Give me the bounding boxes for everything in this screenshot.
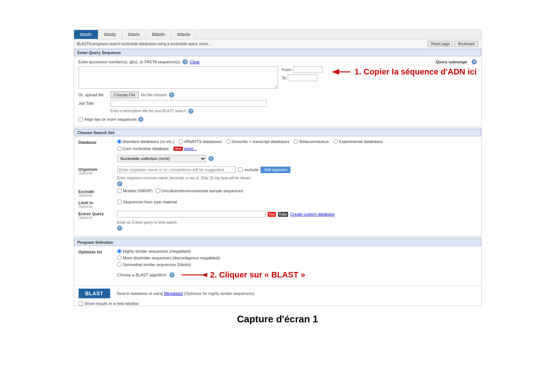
job-title-input[interactable] [110,100,266,107]
sequences-type-row: Sequences from type material [117,200,477,204]
optimize-option3[interactable]: Somewhat similar sequences (blastn) [117,262,474,267]
entrez-label-group: Entrez Query Optional [79,211,116,220]
optimize-option1[interactable]: Highly similar sequences (megablast) [117,249,474,253]
db-radio-genomic[interactable] [226,139,231,144]
models-label: Models (XM/XP) [123,189,153,193]
db-genomic-label: Genomic + transcript databases [232,139,290,144]
db-radio-row1: Standard databases (nr etc.) rRNA/ITS da… [117,139,477,144]
page-wrapper: blastn blastp blastx tblastn tblastx BLA… [0,0,555,392]
db-option-betacov[interactable]: Betacoronavirus [294,139,329,144]
accession-help-icon[interactable]: ? [182,59,188,64]
exclude-section-label: Exclude [79,189,116,194]
show-results-label: Show results in a new window [85,301,139,306]
optimize-field-group: Optimize for Highly similar sequences (m… [79,249,477,280]
db-option-genomic[interactable]: Genomic + transcript databases [226,139,290,144]
db-select[interactable]: Nucleotide collection (nr/nt) [117,155,206,162]
tab-tblastn[interactable]: tblastn [146,30,171,39]
models-checkbox[interactable] [117,189,122,193]
exclude-optional: Optional [79,193,116,197]
organism-label: Organism [79,166,116,172]
create-custom-db-link[interactable]: Create custom database [290,212,335,216]
entrez-field-group: Entrez Query Optional You Tube Create cu… [79,211,477,231]
enter-query-section: Enter Query Sequence Enter accession num… [74,49,481,127]
tab-tblastx[interactable]: tblastx [171,30,196,39]
youtube-tube-icon[interactable]: Tube [278,212,288,217]
to-input[interactable] [288,74,317,81]
uncultured-checkbox[interactable] [156,189,160,193]
organism-input[interactable] [117,166,236,173]
job-title-help-icon[interactable]: ? [188,109,194,114]
clear-link[interactable]: Clear [190,60,199,64]
blast-container: blastn blastp blastx tblastn tblastx BLA… [74,30,482,306]
blast-footer: BLAST Search database nt using Megablast… [74,286,481,301]
organism-hint-help-icon[interactable]: ? [117,181,122,186]
tab-blastx[interactable]: blastx [122,30,146,39]
sequences-type-label: Sequences from type material [123,200,177,204]
organism-hint: Enter organism common name, binomial, or… [117,176,477,180]
align-checkbox-row: Align two or more sequences ? [79,115,477,123]
db-radio-experimental[interactable] [333,139,338,144]
entrez-optional: Optional [79,216,116,220]
tab-blastn[interactable]: blastn [74,30,98,39]
add-organism-button[interactable]: Add organism [261,167,290,173]
db-select-row: Nucleotide collection (nr/nt) ? [117,155,477,162]
optimize-radio2[interactable] [117,256,122,260]
align-label: Align two or more sequences [85,117,137,122]
annotation2-area: Choose a BLAST algorithm ? 2. Cl [117,270,477,280]
optimize-radio1[interactable] [117,249,122,253]
query-textarea[interactable] [79,66,278,89]
blast-description: Search database nt using Megablast (Opti… [117,291,254,296]
entrez-input[interactable] [117,211,265,217]
db-radio-rrna[interactable] [179,139,183,144]
models-row: Models (XM/XP) Uncultured/environmental … [117,189,477,193]
tab-blastp[interactable]: blastp [98,30,122,39]
program-selection-section: Program Selection Optimize for Highly si… [74,239,481,286]
choose-file-button[interactable]: Choose File [110,92,139,98]
db-core-row: Core nucleotide database NEW more... [117,146,477,151]
enter-query-content: Enter accession number(s), gi(s), or FAS… [74,56,481,126]
from-input[interactable] [293,66,323,73]
youtube-you-icon[interactable]: You [268,212,276,217]
db-option-standard[interactable]: Standard databases (nr etc.) [117,139,174,144]
db-rrna-label: rRNA/ITS databases [184,139,222,144]
limit-to-content: Sequences from type material [117,200,477,204]
blast-button[interactable]: BLAST [79,289,110,298]
upload-label: Or, upload file [79,93,108,97]
caption: Capture d'écran 1 [237,313,318,325]
optimize-radio3[interactable] [117,262,122,267]
more-link[interactable]: more... [184,146,197,151]
optimize-option2[interactable]: More dissimilar sequences (discontiguous… [117,256,474,260]
no-file-text: No file chosen [141,93,167,97]
new-badge: NEW [174,147,183,151]
sequences-type-checkbox[interactable] [117,200,122,204]
reset-page-button[interactable]: Reset page [427,41,453,47]
db-option-rrna[interactable]: rRNA/ITS databases [179,139,222,144]
algorithm-help-icon[interactable]: ? [169,272,175,278]
bookmark-button[interactable]: Bookmark [455,41,478,47]
align-checkbox[interactable] [79,117,83,122]
annotation1-arrow-svg [330,66,352,77]
entrez-help-icon[interactable]: ? [117,226,122,231]
to-label: To [282,76,286,80]
exclude-organism-checkbox[interactable] [238,167,242,172]
entrez-label: Entrez Query [79,211,116,216]
to-row: To [282,74,326,81]
optimize-label-group: Optimize for [79,249,116,254]
db-option-experimental[interactable]: Experimental databases [333,139,383,144]
db-radio-betacov[interactable] [294,139,298,144]
upload-file-row: Or, upload file Choose File No file chos… [79,92,477,98]
show-results-checkbox[interactable] [79,301,83,306]
db-betacov-label: Betacoronavirus [299,139,329,144]
db-radio-standard[interactable] [117,139,122,144]
subrange-help-icon[interactable]: ? [472,59,477,64]
db-standard-label: Standard databases (nr etc.) [123,139,174,144]
choose-search-section: Choose Search Set Database Standard data… [74,129,481,236]
upload-help-icon[interactable]: ? [169,92,174,97]
exclude-content: Models (XM/XP) Uncultured/environmental … [117,189,477,193]
align-help-icon[interactable]: ? [138,117,143,122]
db-radio-core[interactable] [117,146,122,151]
db-select-help-icon[interactable]: ? [208,156,214,161]
db-option-core[interactable]: Core nucleotide database [117,146,169,151]
info-description: BLASTN programs search nucleotide databa… [77,42,211,46]
megablast-link[interactable]: Megablast [164,291,183,296]
